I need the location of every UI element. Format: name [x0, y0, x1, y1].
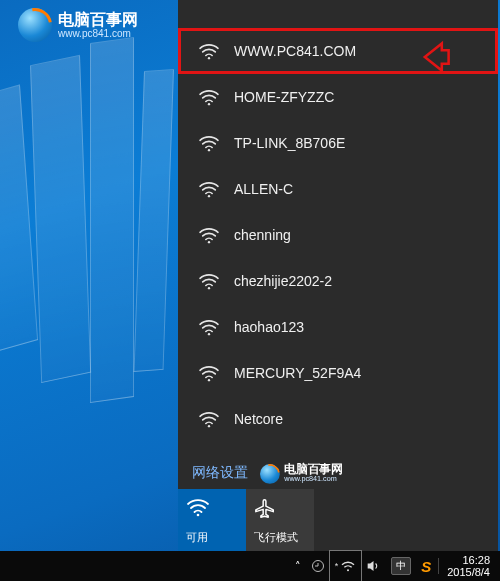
- svg-point-1: [208, 103, 210, 105]
- wifi-network-name: chenning: [234, 227, 291, 243]
- wifi-icon: [198, 226, 220, 244]
- svg-point-3: [208, 195, 210, 197]
- svg-point-5: [208, 287, 210, 289]
- tray-ime-indicator[interactable]: 中: [386, 551, 416, 581]
- quick-actions-row: 可用 飞行模式: [178, 489, 498, 551]
- wifi-network-item[interactable]: ALLEN-C: [178, 166, 498, 212]
- ime-text: 中: [391, 557, 411, 575]
- taskbar-clock[interactable]: 16:28 2015/8/4: [441, 554, 496, 578]
- annotation-arrow-icon: [418, 40, 452, 74]
- wifi-network-item[interactable]: HOME-ZFYZZC: [178, 74, 498, 120]
- clock-date: 2015/8/4: [447, 566, 490, 578]
- svg-point-2: [208, 149, 210, 151]
- watermark-top: 电脑百事网 www.pc841.com: [18, 8, 138, 42]
- airplane-mode-tile[interactable]: 飞行模式: [246, 489, 314, 551]
- system-tray: ˄ * 中 S 16:28 2015/8/4: [290, 551, 496, 581]
- wifi-network-name: chezhijie2202-2: [234, 273, 332, 289]
- chevron-up-icon: ˄: [295, 560, 301, 573]
- clock-time: 16:28: [462, 554, 490, 566]
- network-settings-label: 网络设置: [192, 464, 248, 482]
- svg-point-4: [208, 241, 210, 243]
- wifi-icon: [198, 134, 220, 152]
- tray-status-icon[interactable]: [306, 551, 330, 581]
- taskbar: ˄ * 中 S 16:28 2015/8/4: [0, 551, 500, 581]
- wifi-network-item[interactable]: Netcore: [178, 396, 498, 442]
- wifi-tile-label: 可用: [186, 530, 238, 545]
- wifi-network-name: MERCURY_52F9A4: [234, 365, 361, 381]
- wifi-icon: [198, 364, 220, 382]
- watermark-inline: 电脑百事网 www.pc841.com: [260, 463, 343, 484]
- wifi-network-item[interactable]: chezhijie2202-2: [178, 258, 498, 304]
- svg-point-8: [208, 425, 210, 427]
- wifi-network-item[interactable]: chenning: [178, 212, 498, 258]
- wifi-icon: [198, 272, 220, 290]
- tray-sogou-icon[interactable]: S: [416, 551, 436, 581]
- network-flyout: WWW.PC841.COMHOME-ZFYZZCTP-LINK_8B706EAL…: [178, 0, 498, 551]
- tray-network-icon[interactable]: *: [330, 551, 362, 581]
- wifi-network-item[interactable]: MERCURY_52F9A4: [178, 350, 498, 396]
- network-settings-row[interactable]: 网络设置 电脑百事网 www.pc841.com: [178, 456, 498, 489]
- wifi-icon: [198, 410, 220, 428]
- svg-point-6: [208, 333, 210, 335]
- svg-point-11: [347, 569, 349, 571]
- wifi-icon: [198, 180, 220, 198]
- wifi-network-name: ALLEN-C: [234, 181, 293, 197]
- tray-overflow-button[interactable]: ˄: [290, 551, 306, 581]
- watermark-globe-icon: [260, 464, 280, 484]
- wifi-network-item[interactable]: haohao123: [178, 304, 498, 350]
- watermark-brand: 电脑百事网: [58, 11, 138, 29]
- wifi-network-name: WWW.PC841.COM: [234, 43, 356, 59]
- wifi-network-item[interactable]: TP-LINK_8B706E: [178, 120, 498, 166]
- wifi-icon: [198, 318, 220, 336]
- wifi-icon: [186, 497, 210, 519]
- watermark-globe-icon: [18, 8, 52, 42]
- airplane-tile-label: 飞行模式: [254, 530, 306, 545]
- wifi-network-name: TP-LINK_8B706E: [234, 135, 345, 151]
- wifi-icon: [198, 88, 220, 106]
- tray-volume-icon[interactable]: [361, 551, 386, 581]
- airplane-icon: [254, 497, 278, 519]
- watermark-url: www.pc841.com: [58, 28, 138, 39]
- sogou-icon: S: [421, 558, 431, 575]
- svg-point-0: [208, 57, 210, 59]
- wifi-network-name: haohao123: [234, 319, 304, 335]
- wifi-network-name: HOME-ZFYZZC: [234, 89, 334, 105]
- wifi-icon: [198, 42, 220, 60]
- svg-point-9: [197, 514, 200, 517]
- wifi-network-name: Netcore: [234, 411, 283, 427]
- svg-point-7: [208, 379, 210, 381]
- wifi-tile[interactable]: 可用: [178, 489, 246, 551]
